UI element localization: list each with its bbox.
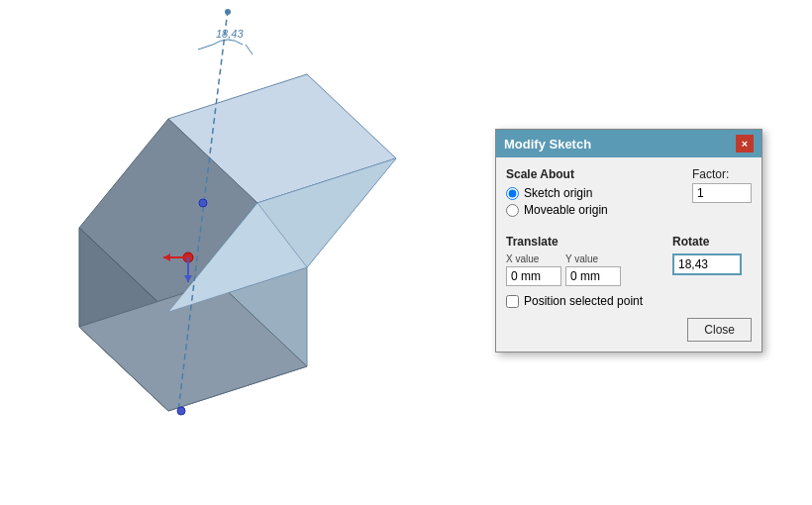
translate-rotate-row: Translate X value Y value Rotate (506, 235, 752, 286)
rotate-input[interactable] (672, 253, 742, 275)
x-value-input[interactable] (506, 266, 561, 286)
svg-point-19 (199, 199, 207, 207)
dialog-close-x-button[interactable]: × (736, 135, 754, 152)
scale-about-section: Scale About Sketch origin Moveable origi… (506, 167, 608, 227)
position-checkbox-row[interactable]: Position selected point (506, 294, 752, 308)
position-checkbox[interactable] (506, 295, 519, 308)
3d-shape-svg: 18,43 (0, 0, 495, 505)
moveable-origin-radio-label[interactable]: Moveable origin (506, 203, 608, 217)
factor-input[interactable] (692, 183, 752, 203)
svg-point-10 (225, 9, 231, 15)
radio-group: Sketch origin Moveable origin (506, 186, 608, 217)
close-btn-row: Close (506, 318, 752, 342)
y-value-input[interactable] (565, 266, 621, 286)
dialog-body: Scale About Sketch origin Moveable origi… (496, 157, 761, 352)
translate-section: Translate X value Y value (506, 235, 664, 286)
svg-text:18,43: 18,43 (216, 28, 244, 40)
y-col: Y value (565, 253, 621, 286)
sketch-origin-radio-label[interactable]: Sketch origin (506, 186, 608, 200)
svg-point-20 (177, 407, 185, 415)
x-value-label: X value (506, 253, 561, 264)
x-col: X value (506, 253, 561, 286)
moveable-origin-radio[interactable] (506, 204, 519, 217)
y-value-label: Y value (565, 253, 621, 264)
moveable-origin-label: Moveable origin (524, 203, 608, 217)
sketch-origin-label: Sketch origin (524, 186, 592, 200)
factor-section: Factor: (692, 167, 752, 203)
dialog-title: Modify Sketch (504, 137, 591, 152)
sketch-origin-radio[interactable] (506, 187, 519, 200)
rotate-section: Rotate (672, 235, 752, 286)
xy-row: X value Y value (506, 253, 664, 286)
translate-label: Translate (506, 235, 664, 249)
top-row: Scale About Sketch origin Moveable origi… (506, 167, 752, 227)
position-checkbox-label: Position selected point (524, 294, 643, 308)
factor-label: Factor: (692, 167, 752, 181)
dialog-titlebar: Modify Sketch × (496, 130, 761, 157)
rotate-label: Rotate (672, 235, 752, 249)
close-button[interactable]: Close (687, 318, 752, 342)
modify-sketch-dialog: Modify Sketch × Scale About Sketch origi… (495, 129, 762, 353)
scale-about-label: Scale About (506, 167, 608, 181)
